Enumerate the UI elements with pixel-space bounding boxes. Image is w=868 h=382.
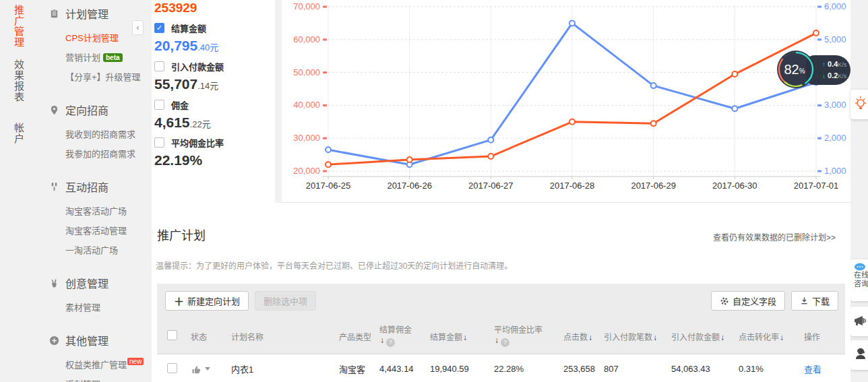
svg-text:2017-07-01: 2017-07-01: [794, 181, 839, 191]
sidebar-group-plan: 计划管理 CPS计划管理 营销计划beta 【分享+】升级管理: [39, 5, 152, 86]
col-pay-orders[interactable]: 引入付款笔数↓: [604, 331, 671, 342]
sidebar-group-creative: 创意管理 素材管理: [39, 275, 152, 317]
col-settle-amount[interactable]: 结算金额↓: [430, 331, 494, 342]
vnav-item-promotion[interactable]: 推广管理: [13, 5, 24, 48]
row-status-control[interactable]: [191, 364, 231, 375]
campaign-section: 推广计划 查看仍有效果数据的已删除计划>> 温馨提示：为了更好的用户体验，平台每…: [152, 203, 850, 382]
col-product-type[interactable]: 产品类型: [339, 331, 379, 342]
col-settle-commission[interactable]: 结算佣金 ↓?: [379, 325, 430, 347]
col-avg-rate[interactable]: 平均佣金比率 ↓?: [494, 325, 563, 347]
svg-text:5,000: 5,000: [824, 34, 846, 44]
trend-line-chart[interactable]: 20,0001,00030,0002,00040,0003,00050,0004…: [282, 0, 850, 203]
svg-text:2017-06-28: 2017-06-28: [550, 181, 595, 191]
row-avg-rate: 22.28%: [494, 364, 563, 374]
svg-text:50,000: 50,000: [293, 67, 320, 77]
announcement-button[interactable]: [850, 307, 868, 336]
metric-pay-amount: 引入付款金额 55,707.14元: [154, 60, 224, 92]
sidebar-group-interactive: 互动招商 淘宝客活动广场 淘宝客活动管理 一淘活动广场: [39, 179, 152, 259]
download-button[interactable]: 下载: [791, 291, 838, 311]
svg-text:2017-06-30: 2017-06-30: [712, 181, 757, 191]
metrics-panel: 253929 ✓ 结算金额 20,795.40元 引入付款金额 55,707.1…: [152, 0, 275, 203]
metric-avg-commission-rate: 平均佣金比率 22.19%: [154, 136, 224, 168]
sidebar-group-title: 计划管理: [65, 5, 108, 22]
metric-value: 20,795: [154, 38, 197, 53]
delete-selected-button[interactable]: 删除选中项: [255, 291, 316, 311]
svg-text:2017-06-27: 2017-06-27: [468, 181, 514, 191]
sidebar-item-marketing-plan[interactable]: 营销计划beta: [39, 47, 152, 67]
vnav-item-account[interactable]: 帐户: [13, 123, 24, 144]
sort-desc-icon[interactable]: ↓: [495, 336, 499, 345]
col-plan-name[interactable]: 计划名称: [231, 331, 339, 342]
sidebar-item-share-upgrade[interactable]: 【分享+】升级管理: [39, 67, 152, 86]
metric-checkbox-avg-rate[interactable]: [154, 137, 164, 148]
headset-person-icon: [854, 347, 868, 362]
sidebar-group-title: 其他管理: [65, 332, 108, 348]
svg-text:30,000: 30,000: [293, 133, 320, 143]
svg-text:1,000: 1,000: [824, 166, 846, 176]
sort-desc-icon[interactable]: ↓: [380, 336, 384, 345]
col-clicks[interactable]: 点击数↓: [563, 331, 604, 342]
sidebar-collapse-button[interactable]: ‹: [132, 20, 144, 35]
download-speed: 0.2: [828, 71, 838, 79]
sidebar-group-title: 互动招商: [65, 179, 108, 195]
vnav-item-reports[interactable]: 效果报表: [13, 59, 24, 102]
sidebar-item-taoke-activity-plaza[interactable]: 淘宝客活动广场: [39, 201, 152, 220]
table-toolbar: ＋新建定向计划 删除选中项 自定义字段 下载: [157, 284, 845, 319]
sidebar-group-other-header[interactable]: 其他管理: [39, 332, 152, 348]
deleted-plans-link[interactable]: 查看仍有效果数据的已删除计划>>: [713, 231, 836, 243]
sidebar-group-interactive-header[interactable]: 互动招商: [39, 179, 152, 195]
creative-icon: [49, 278, 59, 288]
svg-text:20,000: 20,000: [293, 166, 320, 176]
online-chat-button[interactable]: 在线 咨询: [850, 259, 868, 301]
sidebar-group-other: 其他管理 权益类推广管理new 返利管理 公告管理 商品违规查询工具 资质管理: [39, 332, 152, 382]
svg-text:2017-06-25: 2017-06-25: [306, 181, 351, 191]
row-settle-commission: 4,443.14: [379, 364, 430, 374]
customer-service-button[interactable]: [850, 340, 868, 370]
col-cvr[interactable]: 点击转化率↓: [739, 331, 804, 342]
tips-lightbulb-button[interactable]: [850, 90, 868, 119]
online-chat-label-line2: 咨询: [854, 280, 868, 288]
sidebar-item-etao-activity-plaza[interactable]: 一淘活动广场: [39, 240, 152, 259]
col-pay-amount[interactable]: 引入付款金额↓: [671, 331, 739, 342]
select-all-checkbox[interactable]: [167, 330, 177, 340]
table-header-row: 状态 计划名称 产品类型 结算佣金 ↓? 结算金额↓ 平均佣金比率 ↓? 点击数…: [157, 319, 845, 354]
help-icon[interactable]: ?: [501, 338, 509, 347]
row-pay-orders: 807: [604, 364, 671, 374]
row-view-link[interactable]: 查看: [804, 364, 822, 375]
metric-value: 22.19%: [154, 152, 202, 168]
sidebar-item-taoke-activity-manage[interactable]: 淘宝客活动管理: [39, 220, 152, 240]
gear-icon: [720, 296, 729, 306]
performance-ring-widget[interactable]: 82%: [776, 49, 816, 90]
sidebar-group-targeting: 定向招商 我收到的招商需求 我参加的招商需求: [39, 102, 152, 163]
section-hint: 温馨提示：为了更好的用户体验，平台每天会对已过期、已停止超过30天的定向计划进行…: [156, 259, 512, 271]
sidebar-menu: 计划管理 CPS计划管理 营销计划beta 【分享+】升级管理 定向招商 我收到…: [39, 0, 152, 382]
sort-desc-icon: ↓: [463, 333, 467, 342]
plus-icon: ＋: [174, 294, 184, 308]
metric-checkbox-settle-amount[interactable]: ✓: [154, 23, 164, 33]
row-plan-name[interactable]: 内衣1: [231, 362, 339, 375]
sidebar-group-plan-header[interactable]: 计划管理: [39, 5, 152, 22]
sidebar-item-material-manage[interactable]: 素材管理: [39, 297, 152, 317]
new-plan-button[interactable]: ＋新建定向计划: [165, 291, 249, 311]
sidebar-group-creative-header[interactable]: 创意管理: [39, 275, 152, 291]
row-checkbox[interactable]: [167, 363, 177, 373]
help-icon[interactable]: ?: [386, 338, 395, 347]
sidebar-item-received-requests[interactable]: 我收到的招商需求: [39, 124, 152, 144]
sidebar-item-rebate-manage[interactable]: 返利管理: [39, 374, 152, 382]
lightbulb-icon: [853, 94, 868, 115]
sidebar-item-joined-requests[interactable]: 我参加的招商需求: [39, 144, 152, 163]
row-product-type: 淘宝客: [339, 362, 379, 375]
thumb-up-icon: [191, 364, 202, 375]
sidebar-group-title: 创意管理: [65, 275, 108, 291]
sidebar-item-rights-promotion[interactable]: 权益类推广管理new: [39, 354, 152, 374]
svg-text:6,000: 6,000: [824, 1, 846, 11]
metric-checkbox-commission[interactable]: [154, 100, 164, 110]
metric-top-value: 253929: [154, 1, 197, 15]
custom-fields-button[interactable]: 自定义字段: [711, 291, 785, 311]
svg-text:2017-06-26: 2017-06-26: [387, 181, 432, 191]
col-status[interactable]: 状态: [191, 331, 231, 342]
metric-checkbox-pay-amount[interactable]: [154, 61, 164, 71]
metric-value: 4,615: [154, 115, 190, 130]
sidebar-group-targeting-header[interactable]: 定向招商: [39, 102, 152, 118]
download-icon: [800, 296, 809, 305]
